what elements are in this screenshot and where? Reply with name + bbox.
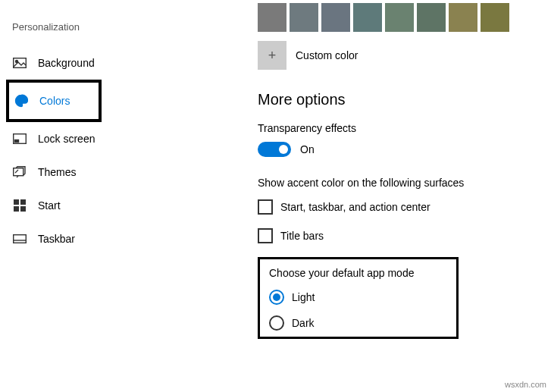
sidebar-item-label: Colors (39, 95, 70, 107)
watermark: wsxdn.com (505, 380, 546, 389)
transparency-toggle-row: On (258, 142, 551, 157)
svg-rect-9 (20, 199, 26, 205)
sidebar-item-label: Themes (38, 166, 77, 178)
themes-icon (12, 165, 27, 180)
radio-icon (269, 315, 284, 331)
svg-point-2 (17, 99, 19, 101)
highlight-colors: Colors (6, 80, 102, 122)
color-swatch[interactable] (481, 3, 509, 32)
svg-point-3 (20, 97, 21, 99)
lockscreen-icon (12, 131, 27, 146)
transparency-label: Transparency effects (258, 122, 551, 134)
custom-color-button[interactable]: + (258, 41, 286, 70)
sidebar-item-themes[interactable]: Themes (9, 155, 212, 189)
sidebar-item-label: Start (38, 199, 61, 212)
checkbox-icon (258, 199, 273, 215)
checkbox-icon (258, 228, 273, 243)
sidebar-item-taskbar[interactable]: Taskbar (9, 222, 212, 256)
more-options-title: More options (258, 91, 551, 108)
accent-surfaces-label: Show accent color on the following surfa… (258, 177, 551, 189)
checkbox-titlebars[interactable]: Title bars (258, 228, 551, 243)
color-swatch[interactable] (258, 3, 286, 32)
color-swatch[interactable] (449, 3, 477, 32)
transparency-state: On (300, 143, 315, 155)
radio-light[interactable]: Light (269, 290, 447, 305)
sidebar-item-start[interactable]: Start (9, 189, 212, 222)
radio-label: Dark (292, 317, 315, 329)
svg-rect-10 (14, 206, 19, 212)
custom-color-label: Custom color (296, 49, 358, 61)
svg-point-4 (23, 98, 24, 99)
color-swatch[interactable] (417, 3, 446, 32)
checkbox-label: Title bars (280, 230, 324, 242)
highlight-app-mode: Choose your default app mode Light Dark (258, 257, 459, 339)
svg-rect-12 (14, 235, 27, 243)
custom-color-row: + Custom color (258, 41, 551, 70)
sidebar: Personalization Background Colors Lock s… (0, 0, 212, 339)
radio-icon (269, 290, 284, 305)
start-icon (12, 198, 27, 213)
color-swatch[interactable] (385, 3, 414, 32)
svg-rect-7 (14, 168, 23, 176)
plus-icon: + (268, 48, 277, 64)
palette-icon (14, 93, 29, 108)
color-swatch[interactable] (290, 3, 318, 32)
svg-rect-6 (15, 140, 19, 143)
svg-rect-8 (14, 199, 19, 205)
sidebar-title: Personalization (9, 21, 212, 33)
sidebar-item-label: Taskbar (38, 233, 75, 245)
sidebar-item-colors[interactable]: Colors (11, 84, 97, 118)
transparency-toggle[interactable] (258, 142, 291, 157)
app-mode-label: Choose your default app mode (269, 267, 447, 279)
sidebar-item-background[interactable]: Background (9, 46, 212, 80)
sidebar-item-label: Lock screen (38, 133, 95, 145)
taskbar-icon (12, 231, 27, 246)
color-grid-row2 (258, 3, 551, 32)
radio-dark[interactable]: Dark (269, 315, 447, 331)
main-content: + Custom color More options Transparency… (212, 0, 551, 339)
radio-label: Light (292, 291, 315, 303)
checkbox-label: Start, taskbar, and action center (280, 201, 430, 213)
color-swatch[interactable] (353, 3, 382, 32)
picture-icon (12, 55, 27, 71)
svg-rect-11 (20, 206, 26, 212)
toggle-knob (279, 145, 288, 154)
sidebar-item-lockscreen[interactable]: Lock screen (9, 122, 212, 155)
sidebar-item-label: Background (38, 57, 95, 69)
checkbox-start-taskbar[interactable]: Start, taskbar, and action center (258, 199, 551, 215)
color-swatch[interactable] (321, 3, 350, 32)
